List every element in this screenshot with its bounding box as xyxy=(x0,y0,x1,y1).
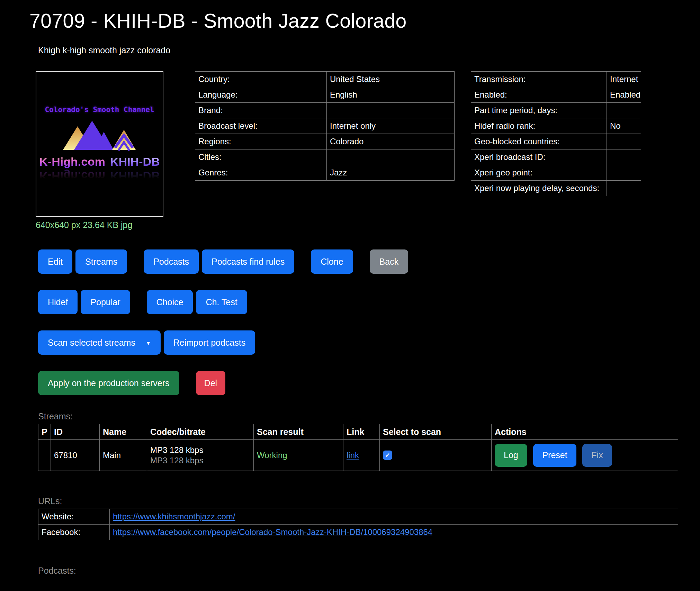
info-label: Regions: xyxy=(195,134,327,149)
chevron-down-icon: ▼ xyxy=(146,340,151,346)
podcasts-section-label: Podcasts: xyxy=(38,566,700,576)
clone-button[interactable]: Clone xyxy=(311,249,353,274)
url-label: Website: xyxy=(38,509,110,525)
info-row: Xperi now playing delay, seconds: xyxy=(471,181,641,196)
info-label: Xperi broadcast ID: xyxy=(471,149,607,165)
podcasts-find-rules-button[interactable]: Podcasts find rules xyxy=(202,249,294,274)
facebook-link[interactable]: https://www.facebook.com/people/Colorado… xyxy=(113,527,432,537)
info-value xyxy=(327,149,455,165)
stream-link-cell: link xyxy=(343,440,380,471)
info-row: Hidef radio rank:No xyxy=(471,118,641,134)
info-label: Xperi geo point: xyxy=(471,165,607,181)
stream-scan-result-cell: Working xyxy=(254,440,343,471)
info-row: Country:United States xyxy=(195,72,455,87)
station-logo-image: Colorado's Smooth Channel K-High.comKHIH… xyxy=(36,71,163,217)
stream-link[interactable]: link xyxy=(347,451,359,460)
info-label: Language: xyxy=(195,87,327,103)
col-header-scan-result: Scan result xyxy=(254,424,343,440)
info-row: Brand: xyxy=(195,103,455,118)
info-row: Xperi broadcast ID: xyxy=(471,149,641,165)
streams-button[interactable]: Streams xyxy=(75,249,127,274)
stream-select-cell: ✓ xyxy=(380,440,492,471)
info-label: Transmission: xyxy=(471,72,607,87)
info-value xyxy=(607,149,641,165)
streams-header-row: P ID Name Codec/bitrate Scan result Link… xyxy=(38,424,678,440)
log-button[interactable]: Log xyxy=(495,444,527,467)
logo-column: Colorado's Smooth Channel K-High.comKHIH… xyxy=(36,71,163,230)
info-value: Internet xyxy=(607,72,641,87)
preset-button[interactable]: Preset xyxy=(533,444,576,467)
info-label: Enabled: xyxy=(471,87,607,103)
streams-section-label: Streams: xyxy=(38,411,700,421)
url-value-cell: https://www.khihsmoothjazz.com/ xyxy=(110,509,678,525)
station-info-table-right: Transmission:Internet Enabled:Enabled Pa… xyxy=(471,71,641,196)
info-row: Xperi geo point: xyxy=(471,165,641,181)
urls-section-label: URLs: xyxy=(38,496,700,506)
info-row: Part time period, days: xyxy=(471,103,641,118)
col-header-select-to-scan: Select to scan xyxy=(380,424,492,440)
info-row: Enabled:Enabled xyxy=(471,87,641,103)
apply-production-button[interactable]: Apply on the production servers xyxy=(38,371,179,395)
button-row-1: Edit Streams Podcasts Podcasts find rule… xyxy=(38,249,700,274)
info-label: Part time period, days: xyxy=(471,103,607,118)
logo-khihdb-text: KHIH-DB xyxy=(110,155,160,168)
choice-button[interactable]: Choice xyxy=(147,290,193,314)
info-value xyxy=(607,165,641,181)
url-value-cell: https://www.facebook.com/people/Colorado… xyxy=(110,525,678,540)
station-overview: Colorado's Smooth Channel K-High.comKHIH… xyxy=(36,71,700,230)
button-row-3: Scan selected streams▼ Reimport podcasts xyxy=(38,330,700,355)
info-value: Enabled xyxy=(607,87,641,103)
info-label: Brand: xyxy=(195,103,327,118)
codec-primary: MP3 128 kbps xyxy=(150,445,250,455)
info-value: No xyxy=(607,118,641,134)
button-row-2: Hidef Popular Choice Ch. Test xyxy=(38,290,700,314)
logo-khigh-text: K-High.com xyxy=(39,155,105,168)
stream-actions-cell: Log Preset Fix xyxy=(492,440,678,471)
col-header-p: P xyxy=(38,424,51,440)
popular-button[interactable]: Popular xyxy=(81,290,130,314)
info-label: Hidef radio rank: xyxy=(471,118,607,134)
scan-selected-streams-dropdown[interactable]: Scan selected streams▼ xyxy=(38,330,161,355)
info-row: Broadcast level:Internet only xyxy=(195,118,455,134)
hidef-button[interactable]: Hidef xyxy=(38,290,78,314)
select-to-scan-checkbox[interactable]: ✓ xyxy=(383,451,392,460)
info-label: Cities: xyxy=(195,149,327,165)
info-label: Genres: xyxy=(195,165,327,181)
info-row: Genres:Jazz xyxy=(195,165,455,181)
logo-tagline: Colorado's Smooth Channel xyxy=(45,106,154,114)
info-row: Regions:Colorado xyxy=(195,134,455,149)
url-row: Website: https://www.khihsmoothjazz.com/ xyxy=(38,509,678,525)
delete-button[interactable]: Del xyxy=(196,371,226,395)
stream-name-cell: Main xyxy=(100,440,147,471)
urls-table: Website: https://www.khihsmoothjazz.com/… xyxy=(38,509,678,540)
info-label: Broadcast level: xyxy=(195,118,327,134)
page-subtitle: Khigh k-high smooth jazz colorado xyxy=(38,45,700,55)
website-link[interactable]: https://www.khihsmoothjazz.com/ xyxy=(113,512,235,521)
fix-button[interactable]: Fix xyxy=(582,444,612,467)
stream-id-cell: 67810 xyxy=(51,440,100,471)
edit-button[interactable]: Edit xyxy=(38,249,72,274)
info-row: Geo-blocked countries: xyxy=(471,134,641,149)
stream-p-cell xyxy=(38,440,51,471)
info-value xyxy=(327,103,455,118)
info-value xyxy=(607,103,641,118)
mountains-icon xyxy=(60,119,140,152)
info-value: Colorado xyxy=(327,134,455,149)
checkmark-icon: ✓ xyxy=(385,452,390,459)
codec-secondary: MP3 128 kbps xyxy=(150,455,250,466)
info-value xyxy=(607,181,641,196)
col-header-id: ID xyxy=(51,424,100,440)
info-row: Cities: xyxy=(195,149,455,165)
station-info-table-left: Country:United States Language:English B… xyxy=(195,71,455,181)
podcasts-button[interactable]: Podcasts xyxy=(144,249,199,274)
back-button[interactable]: Back xyxy=(370,249,409,274)
stream-codec-cell: MP3 128 kbps MP3 128 kbps xyxy=(147,440,254,471)
col-header-link: Link xyxy=(343,424,380,440)
info-label: Country: xyxy=(195,72,327,87)
url-row: Facebook: https://www.facebook.com/peopl… xyxy=(38,525,678,540)
page-title: 70709 - KHIH-DB - Smooth Jazz Colorado xyxy=(29,11,700,31)
logo-title: K-High.comKHIH-DB xyxy=(39,155,160,169)
reimport-podcasts-button[interactable]: Reimport podcasts xyxy=(164,330,255,355)
info-value: Jazz xyxy=(327,165,455,181)
ch-test-button[interactable]: Ch. Test xyxy=(196,290,247,314)
